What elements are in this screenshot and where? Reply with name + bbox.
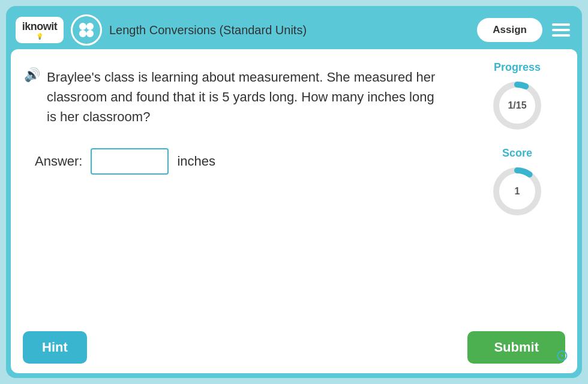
svg-point-3 bbox=[86, 30, 94, 37]
assign-button[interactable]: Assign bbox=[477, 18, 542, 42]
menu-line-1 bbox=[552, 23, 570, 26]
logo: iknowit 💡 bbox=[16, 17, 64, 43]
question-text: Braylee's class is learning about measur… bbox=[47, 67, 439, 127]
logo-text: iknowit bbox=[22, 20, 58, 33]
menu-button[interactable] bbox=[550, 21, 572, 39]
header: iknowit 💡 Length Conversions (Standard U… bbox=[11, 11, 577, 49]
logo-icon: 💡 bbox=[36, 33, 43, 40]
bottom-buttons: Hint Submit bbox=[11, 322, 577, 373]
activity-icon bbox=[71, 14, 102, 46]
submit-button[interactable]: Submit bbox=[467, 331, 565, 364]
score-label: Score bbox=[502, 147, 532, 160]
answer-row: Answer: inches bbox=[35, 148, 439, 175]
answer-input[interactable] bbox=[91, 148, 169, 175]
svg-point-2 bbox=[79, 30, 86, 37]
score-section: Score 1 bbox=[490, 147, 544, 218]
main-area: 🔊 Braylee's class is learning about meas… bbox=[11, 49, 577, 373]
sound-icon[interactable]: 🔊 bbox=[24, 67, 40, 83]
progress-donut: 1/15 bbox=[490, 79, 544, 133]
question-wrapper: 🔊 Braylee's class is learning about meas… bbox=[11, 49, 577, 373]
header-left: iknowit 💡 Length Conversions (Standard U… bbox=[16, 14, 307, 46]
content-row: 🔊 Braylee's class is learning about meas… bbox=[11, 49, 577, 322]
unit-label: inches bbox=[177, 154, 215, 169]
progress-value: 1/15 bbox=[508, 100, 526, 111]
header-right: Assign bbox=[477, 18, 572, 42]
hint-button[interactable]: Hint bbox=[23, 331, 87, 364]
app-container: iknowit 💡 Length Conversions (Standard U… bbox=[6, 6, 582, 378]
svg-point-0 bbox=[79, 23, 86, 30]
svg-point-1 bbox=[86, 23, 94, 30]
progress-panel: Progress 1/15 Score bbox=[457, 49, 577, 322]
progress-section: Progress 1/15 bbox=[490, 61, 544, 133]
activity-title: Length Conversions (Standard Units) bbox=[109, 23, 307, 37]
back-icon[interactable]: ⊙ bbox=[556, 346, 569, 365]
score-value: 1 bbox=[515, 186, 520, 197]
menu-line-3 bbox=[552, 34, 570, 37]
question-content: 🔊 Braylee's class is learning about meas… bbox=[11, 49, 457, 322]
menu-line-2 bbox=[552, 29, 570, 31]
answer-label: Answer: bbox=[35, 154, 82, 169]
score-donut: 1 bbox=[490, 164, 544, 218]
progress-label: Progress bbox=[494, 61, 541, 74]
